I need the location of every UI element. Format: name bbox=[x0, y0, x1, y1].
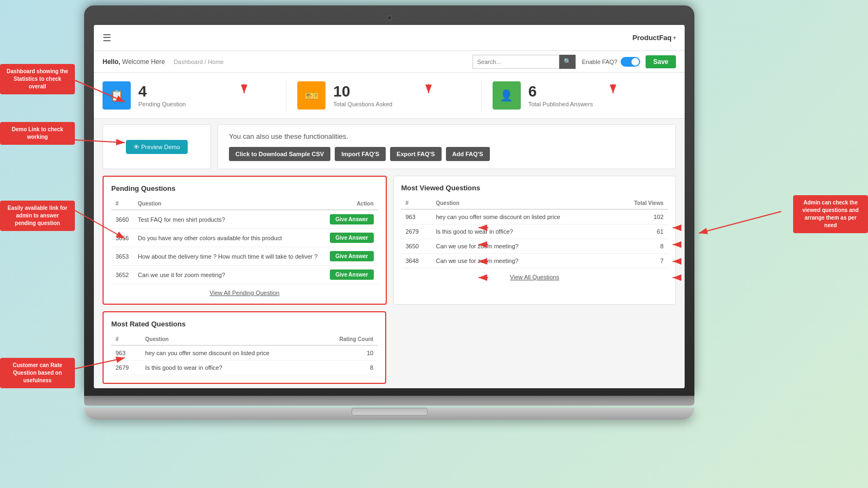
preview-demo-button[interactable]: 👁 Preview Demo bbox=[126, 140, 188, 154]
top-nav: ☰ ProductFaq ▾ bbox=[94, 25, 685, 51]
annotation-admin-viewed: Admin can check the viewed questions and… bbox=[793, 195, 868, 233]
stats-row: 📋 4 Pending Question 🎫 10 Total Question… bbox=[94, 73, 685, 119]
top-tools-row: 👁 Preview Demo You can also use these fu… bbox=[103, 124, 676, 169]
trackpad[interactable] bbox=[352, 408, 427, 415]
pq-row-action: Give Answer bbox=[325, 229, 378, 247]
give-answer-btn-2[interactable]: Give Answer bbox=[330, 251, 373, 261]
stat-label-pending: Pending Question bbox=[138, 101, 186, 107]
import-faqs-button[interactable]: Import FAQ'S bbox=[335, 147, 386, 161]
pq-row-action: Give Answer bbox=[325, 210, 378, 229]
stat-number-pending: 4 bbox=[138, 84, 186, 99]
mv-row-views: 102 bbox=[615, 209, 668, 224]
brand-dropdown-icon[interactable]: ▾ bbox=[673, 35, 676, 41]
laptop-screen: ☰ ProductFaq ▾ Hello, Welcome Here Dashb… bbox=[94, 25, 685, 388]
mr-row-id: 963 bbox=[111, 345, 141, 361]
mv-col-question: Question bbox=[431, 197, 615, 209]
search-button[interactable]: 🔍 bbox=[559, 55, 576, 69]
table-row: 963 hey can you offer some discount on l… bbox=[111, 345, 378, 361]
svg-line-5 bbox=[699, 211, 781, 233]
stat-label-total: Total Questions Asked bbox=[333, 101, 392, 107]
most-viewed-questions-card: Most Viewed Questions # Question Total V… bbox=[393, 176, 676, 305]
table-row: 3660 Test FAQ for men shirt products? Gi… bbox=[111, 210, 378, 229]
annotations-left: Dashboard showing the Statistics to chec… bbox=[0, 0, 84, 488]
mv-col-id: # bbox=[401, 197, 432, 209]
mr-row-id: 2679 bbox=[111, 361, 141, 375]
stat-pending-questions: 📋 4 Pending Question bbox=[103, 79, 286, 112]
mv-row-id: 2679 bbox=[401, 224, 432, 239]
table-row: 3650 Can we use for zoom meeting? 8 bbox=[401, 239, 668, 254]
brand-name: ProductFaq bbox=[633, 34, 672, 42]
give-answer-btn-1[interactable]: Give Answer bbox=[330, 233, 373, 243]
stat-number-total: 10 bbox=[333, 84, 392, 99]
laptop-top: ☰ ProductFaq ▾ Hello, Welcome Here Dashb… bbox=[84, 5, 694, 396]
enable-faq-toggle[interactable] bbox=[621, 57, 640, 67]
give-answer-btn-3[interactable]: Give Answer bbox=[330, 269, 373, 280]
stat-label-published: Total Published Answers bbox=[528, 101, 593, 107]
view-all-questions-link[interactable]: View All Questions bbox=[401, 274, 668, 280]
pq-row-action: Give Answer bbox=[325, 266, 378, 284]
pq-row-question: Test FAQ for men shirt products? bbox=[133, 210, 325, 229]
table-row: 3652 Can we use it for zoom meeting? Giv… bbox=[111, 266, 378, 284]
save-button[interactable]: Save bbox=[646, 55, 676, 68]
laptop-frame: ☰ ProductFaq ▾ Hello, Welcome Here Dashb… bbox=[84, 5, 694, 461]
functionalities-title: You can also use these functionalities. bbox=[229, 132, 665, 140]
download-csv-button[interactable]: Click to Download Sample CSV bbox=[229, 147, 330, 161]
mv-row-id: 3650 bbox=[401, 239, 432, 254]
hello-text: Hello, Welcome Here bbox=[103, 58, 165, 66]
stat-number-published: 6 bbox=[528, 84, 593, 99]
stat-icon-pending: 📋 bbox=[103, 81, 131, 110]
pq-row-id: 3656 bbox=[111, 229, 133, 247]
laptop-base bbox=[84, 408, 694, 420]
pq-row-action: Give Answer bbox=[325, 247, 378, 266]
export-faqs-button[interactable]: Export FAQ'S bbox=[390, 147, 441, 161]
pending-questions-table: # Question Action 3660 Test FAQ for men … bbox=[111, 198, 378, 284]
pq-row-id: 3660 bbox=[111, 210, 133, 229]
mr-col-id: # bbox=[111, 333, 141, 345]
stat-info-pending: 4 Pending Question bbox=[138, 84, 186, 107]
mr-row-count: 10 bbox=[320, 345, 378, 361]
annotation-pending-link: Easily available link for admin to answe… bbox=[0, 201, 75, 231]
table-row: 3656 Do you have any other colors availa… bbox=[111, 229, 378, 247]
mv-row-views: 61 bbox=[615, 224, 668, 239]
stat-total-questions: 🎫 10 Total Questions Asked bbox=[286, 79, 481, 112]
stat-info-total: 10 Total Questions Asked bbox=[333, 84, 392, 107]
add-faqs-button[interactable]: Add FAQ'S bbox=[446, 147, 490, 161]
breadcrumb: Dashboard / Home bbox=[174, 59, 224, 65]
pq-row-id: 3653 bbox=[111, 247, 133, 266]
most-rated-title: Most Rated Questions bbox=[111, 320, 378, 328]
table-row: 2679 Is this good to wear in office? 8 bbox=[111, 361, 378, 375]
table-row: 963 hey can you offer some discount on l… bbox=[401, 209, 668, 224]
mv-row-id: 963 bbox=[401, 209, 432, 224]
pq-col-question: Question bbox=[133, 198, 325, 210]
mr-col-count: Rating Count bbox=[320, 333, 378, 345]
pq-row-id: 3652 bbox=[111, 266, 133, 284]
view-all-pending-link[interactable]: View All Pending Question bbox=[111, 290, 378, 296]
mv-row-views: 8 bbox=[615, 239, 668, 254]
pq-col-id: # bbox=[111, 198, 133, 210]
mr-row-question: hey can you offer some discount on liste… bbox=[141, 345, 320, 361]
mv-row-views: 7 bbox=[615, 254, 668, 268]
annotations-right: Admin can check the viewed questions and… bbox=[784, 0, 868, 488]
tables-row: Pending Questions # Question Action bbox=[103, 176, 676, 305]
search-wrapper: 🔍 Enable FAQ? Save bbox=[473, 55, 676, 69]
mr-col-question: Question bbox=[141, 333, 320, 345]
annotation-demo-link: Demo Link to check working bbox=[0, 122, 75, 145]
annotation-rate-question: Customer can Rate Question based on usef… bbox=[0, 358, 75, 388]
mv-row-question: Can we use for zoom meeting? bbox=[431, 239, 615, 254]
mv-row-id: 3648 bbox=[401, 254, 432, 268]
enable-faq-label: Enable FAQ? bbox=[582, 59, 617, 65]
sub-nav: Hello, Welcome Here Dashboard / Home 🔍 E… bbox=[94, 51, 685, 73]
hamburger-icon[interactable]: ☰ bbox=[103, 32, 111, 44]
search-input[interactable] bbox=[473, 55, 559, 69]
mr-row-count: 8 bbox=[320, 361, 378, 375]
table-row: 3648 Can we use for zoom meeting? 7 bbox=[401, 254, 668, 268]
stat-icon-published: 👤 bbox=[493, 81, 521, 110]
preview-box: 👁 Preview Demo bbox=[103, 124, 211, 169]
stat-info-published: 6 Total Published Answers bbox=[528, 84, 593, 107]
mr-row-question: Is this good to wear in office? bbox=[141, 361, 320, 375]
mv-col-views: Total Views bbox=[615, 197, 668, 209]
table-row: 3653 How about the delivery time ? How m… bbox=[111, 247, 378, 266]
give-answer-btn-0[interactable]: Give Answer bbox=[330, 214, 373, 224]
most-rated-questions-card: Most Rated Questions # Question Rating C… bbox=[103, 311, 386, 384]
functionalities-box: You can also use these functionalities. … bbox=[218, 124, 676, 169]
